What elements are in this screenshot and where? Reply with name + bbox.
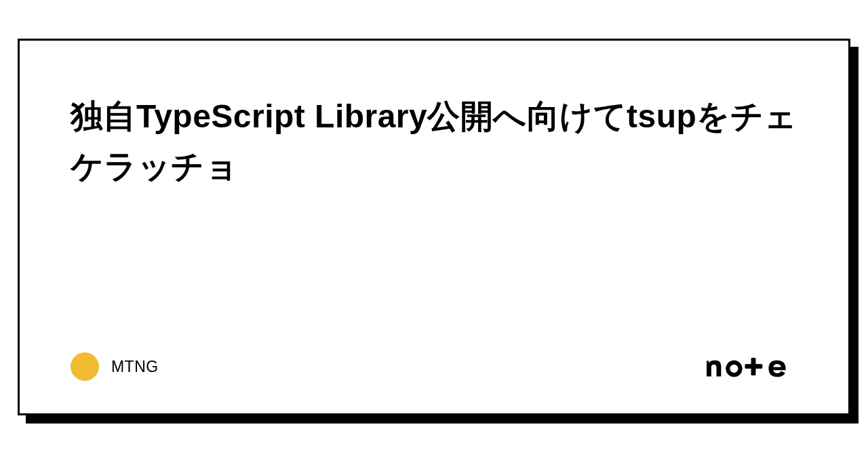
author-block: MTNG: [71, 352, 159, 381]
card-footer: MTNG: [71, 352, 797, 381]
article-title: 独自TypeScript Library公開へ向けてtsupをチェケラッチョ: [71, 91, 797, 192]
svg-rect-3: [745, 364, 762, 369]
article-card: 独自TypeScript Library公開へ向けてtsupをチェケラッチョ M…: [18, 39, 850, 415]
note-logo-icon: [705, 356, 797, 377]
svg-point-1: [730, 365, 738, 373]
author-avatar: [71, 352, 99, 381]
note-logo: [705, 356, 797, 377]
card-wrapper: 独自TypeScript Library公開へ向けてtsupをチェケラッチョ M…: [18, 39, 850, 415]
author-name: MTNG: [111, 358, 159, 376]
